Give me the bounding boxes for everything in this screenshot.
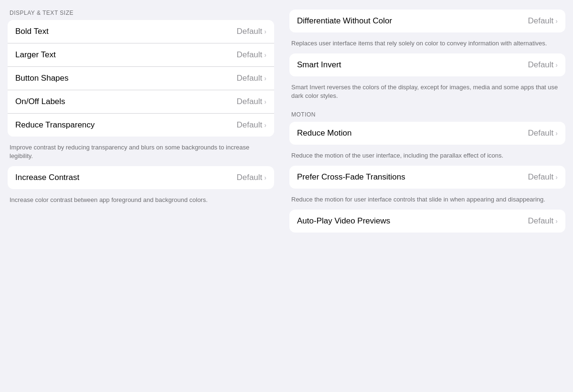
- auto-play-video-value: Default: [528, 216, 553, 226]
- differentiate-without-color-item[interactable]: Differentiate Without Color Default ›: [289, 10, 565, 32]
- increase-contrast-desc: Increase color contrast between app fore…: [8, 192, 274, 210]
- bold-text-label: Bold Text: [15, 27, 49, 36]
- bold-text-item[interactable]: Bold Text Default ›: [8, 20, 274, 43]
- increase-contrast-value: Default: [236, 173, 262, 182]
- increase-contrast-right: Default ›: [236, 173, 266, 182]
- reduce-motion-item[interactable]: Reduce Motion Default ›: [289, 122, 565, 145]
- button-shapes-label: Button Shapes: [15, 74, 69, 83]
- smart-invert-right: Default ›: [528, 60, 558, 70]
- reduce-motion-chevron: ›: [555, 129, 558, 137]
- smart-invert-label: Smart Invert: [297, 60, 341, 70]
- auto-play-video-label: Auto-Play Video Previews: [297, 216, 390, 226]
- larger-text-item[interactable]: Larger Text Default ›: [8, 43, 274, 67]
- prefer-cross-fade-right: Default ›: [528, 172, 558, 182]
- reduce-motion-label: Reduce Motion: [297, 128, 351, 138]
- differentiate-without-color-right: Default ›: [528, 16, 558, 26]
- on-off-labels-value: Default: [236, 97, 262, 106]
- reduce-transparency-value: Default: [236, 120, 262, 130]
- auto-play-video-group: Auto-Play Video Previews Default ›: [289, 210, 565, 233]
- differentiate-without-color-desc: Replaces user interface items that rely …: [289, 35, 565, 53]
- reduce-motion-right: Default ›: [528, 128, 558, 138]
- reduce-motion-group: Reduce Motion Default ›: [289, 122, 565, 145]
- prefer-cross-fade-item[interactable]: Prefer Cross-Fade Transitions Default ›: [289, 166, 565, 189]
- button-shapes-chevron: ›: [264, 74, 266, 82]
- prefer-cross-fade-label: Prefer Cross-Fade Transitions: [297, 172, 405, 182]
- button-shapes-item[interactable]: Button Shapes Default ›: [8, 67, 274, 90]
- reduce-transparency-label: Reduce Transparency: [15, 120, 95, 130]
- button-shapes-right: Default ›: [236, 74, 266, 83]
- increase-contrast-item[interactable]: Increase Contrast Default ›: [8, 166, 274, 189]
- differentiate-without-color-label: Differentiate Without Color: [297, 16, 392, 26]
- smart-invert-group: Smart Invert Default ›: [289, 53, 565, 76]
- reduce-motion-value: Default: [528, 128, 553, 138]
- auto-play-video-chevron: ›: [555, 217, 558, 225]
- increase-contrast-chevron: ›: [264, 174, 266, 181]
- bold-text-chevron: ›: [264, 28, 266, 35]
- motion-section-header: Motion: [289, 111, 565, 118]
- increase-contrast-group: Increase Contrast Default ›: [8, 166, 274, 189]
- display-settings-group: Bold Text Default › Larger Text Default …: [8, 20, 274, 137]
- prefer-cross-fade-value: Default: [528, 172, 553, 182]
- prefer-cross-fade-chevron: ›: [555, 173, 558, 181]
- display-text-size-header: Display & Text Size: [8, 10, 274, 16]
- on-off-labels-item[interactable]: On/Off Labels Default ›: [8, 90, 274, 114]
- on-off-labels-chevron: ›: [264, 98, 266, 106]
- on-off-labels-label: On/Off Labels: [15, 97, 65, 106]
- smart-invert-value: Default: [528, 60, 553, 70]
- smart-invert-desc: Smart Invert reverses the colors of the …: [289, 79, 565, 106]
- reduce-transparency-item[interactable]: Reduce Transparency Default ›: [8, 114, 274, 137]
- reduce-transparency-desc: Improve contrast by reducing transparenc…: [8, 139, 274, 166]
- on-off-labels-right: Default ›: [236, 97, 266, 106]
- larger-text-right: Default ›: [236, 50, 266, 60]
- larger-text-value: Default: [236, 50, 262, 60]
- left-panel: Display & Text Size Bold Text Default › …: [0, 0, 282, 392]
- bold-text-right: Default ›: [236, 27, 266, 36]
- larger-text-label: Larger Text: [15, 50, 56, 60]
- larger-text-chevron: ›: [264, 51, 266, 59]
- prefer-cross-fade-group: Prefer Cross-Fade Transitions Default ›: [289, 166, 565, 189]
- auto-play-video-right: Default ›: [528, 216, 558, 226]
- differentiate-without-color-value: Default: [528, 16, 553, 26]
- right-panel: Differentiate Without Color Default › Re…: [282, 0, 573, 392]
- reduce-motion-desc: Reduce the motion of the user interface,…: [289, 148, 565, 166]
- smart-invert-chevron: ›: [555, 61, 558, 69]
- button-shapes-value: Default: [236, 74, 262, 83]
- prefer-cross-fade-desc: Reduce the motion for user interface con…: [289, 191, 565, 210]
- bold-text-value: Default: [236, 27, 262, 36]
- reduce-transparency-right: Default ›: [236, 120, 266, 130]
- auto-play-video-item[interactable]: Auto-Play Video Previews Default ›: [289, 210, 565, 233]
- differentiate-without-color-group: Differentiate Without Color Default ›: [289, 10, 565, 32]
- differentiate-without-color-chevron: ›: [555, 17, 558, 25]
- increase-contrast-label: Increase Contrast: [15, 173, 79, 182]
- reduce-transparency-chevron: ›: [264, 121, 266, 129]
- smart-invert-item[interactable]: Smart Invert Default ›: [289, 53, 565, 76]
